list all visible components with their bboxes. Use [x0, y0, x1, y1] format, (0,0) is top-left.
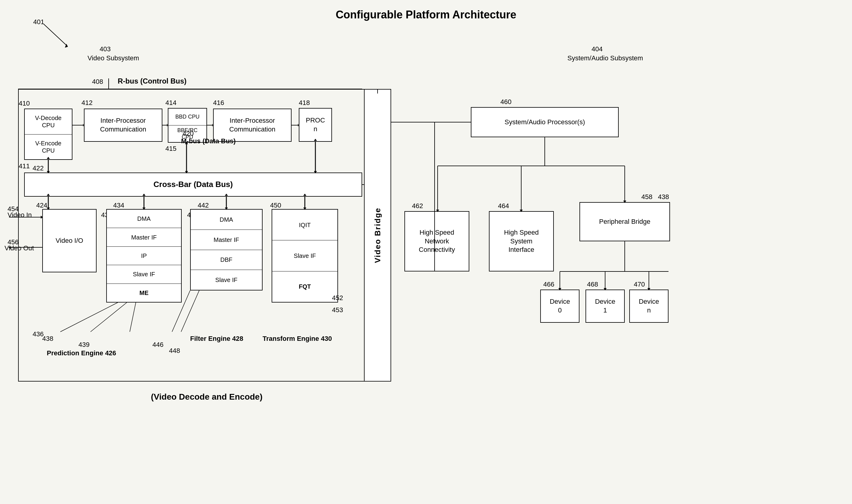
dbf-section: DBF — [191, 250, 262, 270]
label-filter-engine: Filter Engine 428 — [190, 335, 243, 343]
ref-415: 415 — [166, 145, 177, 152]
master-if-section: Master IF — [107, 228, 181, 247]
label-video-decode-encode: (Video Decode and Encode) — [151, 392, 263, 402]
video-io-box: Video I/O — [42, 209, 97, 272]
inter-proc-comm1-box: Inter-ProcessorCommunication — [84, 109, 162, 142]
diagram: Configurable Platform Architecture 401 4… — [0, 0, 852, 504]
ref-450: 450 — [270, 201, 281, 209]
label-prediction-engine: Prediction Engine 426 — [47, 349, 116, 357]
ref-401: 401 — [33, 18, 45, 26]
ref-452: 452 — [332, 294, 343, 302]
ref-448: 448 — [169, 347, 180, 355]
master-if2-section: Master IF — [191, 230, 262, 250]
peripheral-bridge-box: Peripheral Bridge — [579, 202, 670, 241]
ref-464: 464 — [498, 202, 509, 210]
ref-408: 408 — [92, 78, 103, 86]
ref-446: 446 — [152, 341, 163, 349]
devicen-box: Devicen — [629, 290, 668, 323]
me-block-box: DMA Master IF IP Slave IF ME — [106, 209, 182, 303]
label-video-in: Video In — [7, 211, 32, 219]
label-system-audio-subsystem: System/Audio Subsystem — [568, 54, 643, 62]
fqt-section: FQT — [272, 271, 337, 302]
ref-438: 438 — [42, 335, 53, 343]
label-transform-engine: Transform Engine 430 — [263, 335, 332, 343]
me-section: ME — [107, 284, 181, 302]
ref-458: 458 — [641, 193, 653, 201]
ref-424: 424 — [36, 201, 47, 209]
svg-line-0 — [44, 24, 66, 45]
device1-box: Device1 — [586, 290, 625, 323]
ref-460: 460 — [500, 98, 511, 106]
svg-marker-1 — [65, 44, 68, 48]
ref-468: 468 — [587, 281, 598, 288]
bbd-cpu-top: BBD CPU — [169, 109, 206, 125]
ref-418: 418 — [299, 99, 310, 107]
device0-box: Device0 — [540, 290, 579, 323]
ref-404: 404 — [592, 45, 603, 53]
dma2-section: DMA — [191, 210, 262, 230]
crossbar-box: Cross-Bar (Data Bus) — [24, 173, 362, 197]
high-speed-system-box: High SpeedSystemInterface — [489, 211, 554, 271]
video-bridge-label: Video Bridge — [373, 208, 382, 263]
page-title: Configurable Platform Architecture — [336, 8, 516, 21]
slave-if3-section: Slave IF — [272, 240, 337, 271]
ref-442: 442 — [198, 201, 209, 209]
slave-if2-section: Slave IF — [191, 270, 262, 290]
ref-416: 416 — [213, 99, 224, 107]
ref-403: 403 — [100, 45, 111, 53]
ip-section: IP — [107, 247, 181, 265]
system-audio-proc-box: System/Audio Processor(s) — [471, 107, 619, 137]
ref-453: 453 — [332, 306, 343, 314]
v-decode-section: V-DecodeCPU — [25, 109, 72, 134]
inter-proc-comm2-box: Inter-ProcessorCommunication — [213, 109, 292, 142]
label-rbus: R-bus (Control Bus) — [118, 77, 187, 85]
ref-438b: 438 — [658, 193, 669, 201]
ref-439: 439 — [79, 341, 90, 349]
label-mbus: M-bus (Data Bus) — [181, 137, 236, 145]
dbf-block-box: DMA Master IF DBF Slave IF — [190, 209, 263, 290]
iqit-section: IQIT — [272, 210, 337, 240]
ref-410: 410 — [19, 100, 30, 107]
video-bridge-box: Video Bridge — [364, 89, 391, 381]
v-decode-encode-box: V-DecodeCPU V-EncodeCPU — [24, 109, 72, 160]
v-encode-section: V-EncodeCPU — [25, 134, 72, 160]
ref-422: 422 — [33, 164, 44, 172]
iqit-block-box: IQIT Slave IF FQT — [272, 209, 338, 303]
ref-412: 412 — [82, 99, 93, 107]
ref-466: 466 — [543, 281, 554, 288]
label-video-subsystem: Video Subsystem — [88, 54, 139, 62]
ref-420: 420 — [182, 130, 194, 138]
label-video-out: Video Out — [4, 244, 34, 252]
ref-470: 470 — [634, 281, 645, 288]
ref-411: 411 — [19, 162, 30, 170]
ref-414: 414 — [166, 99, 177, 107]
proc-n-box: PROCn — [299, 108, 332, 142]
ref-462: 462 — [412, 202, 423, 210]
high-speed-network-box: High SpeedNetworkConnectivity — [404, 211, 469, 271]
ref-434: 434 — [113, 201, 124, 209]
dma-section: DMA — [107, 210, 181, 228]
slave-if-section: Slave IF — [107, 265, 181, 284]
